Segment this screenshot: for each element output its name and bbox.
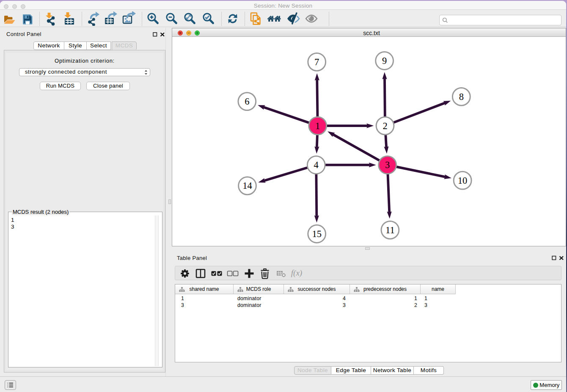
svg-text:11: 11 — [385, 225, 395, 235]
svg-text:7: 7 — [314, 57, 319, 67]
svg-text:9: 9 — [382, 55, 387, 66]
svg-text:10: 10 — [458, 175, 468, 186]
svg-text:2: 2 — [383, 121, 387, 131]
svg-text:3: 3 — [385, 160, 390, 170]
svg-text:4: 4 — [314, 160, 319, 170]
svg-text:8: 8 — [459, 91, 464, 102]
svg-text:1: 1 — [315, 121, 320, 131]
svg-text:14: 14 — [242, 180, 252, 191]
svg-text:15: 15 — [312, 229, 322, 239]
svg-text:6: 6 — [245, 96, 249, 107]
